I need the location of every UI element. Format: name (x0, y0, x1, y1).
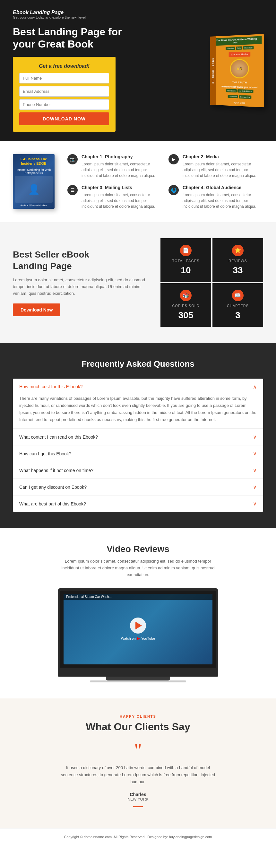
stat-icon-copies: 📚 (180, 290, 192, 301)
testimonial-author: Charles (13, 792, 263, 797)
laptop-foot (90, 680, 186, 682)
faq-question-6[interactable]: What are best part of this Ebook? ∨ (13, 496, 263, 512)
download-button[interactable]: DOWNLOAD NOW (19, 113, 109, 125)
stat-icon-pages: 📄 (180, 245, 192, 256)
faq-chevron-2: ∨ (253, 434, 257, 440)
badge-effective: Effective (226, 46, 235, 50)
badge-safe: Safe (236, 46, 242, 50)
stat-label-chapters: CHAPTERS (227, 304, 249, 308)
email-input[interactable] (19, 86, 109, 97)
stats-section: Best Seller eBook Landing Page Lorem ips… (0, 222, 276, 343)
hero-title: Best Landing Page for your Great Book (13, 26, 122, 51)
feature-item-3: ☰ Chapter 3: Mailing Lists Lorem ipsum d… (67, 185, 162, 209)
faq-chevron-5: ∨ (253, 484, 257, 490)
faq-chevron-1: ∧ (253, 384, 257, 390)
footer-text: Copyright © domainname.com. All Rights R… (13, 835, 263, 839)
stat-icon-chapters: 📖 (232, 290, 244, 301)
laptop-stand (106, 677, 170, 680)
book-main-title: THE TRUTH (232, 81, 247, 85)
faq-item-6: What are best part of this Ebook? ∨ (13, 496, 263, 512)
testimonial-quote: It uses a dictionary of over 200 Latin w… (58, 764, 218, 785)
feature-item-4: 🌐 Chapter 4: Global Audience Lorem ipsum… (169, 185, 263, 209)
fb-title: E-Business The Insider's EDGE (13, 154, 55, 168)
book-circle-image: 👴👩 (230, 59, 249, 79)
stat-value-chapters: 3 (235, 310, 240, 320)
book-author: by Dr. Chao (234, 101, 245, 104)
fb-subtitle: Internet Marketing for Web Entrepreneurs (13, 168, 55, 175)
badge-noside: No Side Effects (238, 89, 253, 93)
book-spine: CHINESE HERBS (210, 36, 216, 105)
youtube-icon: ▶ (137, 636, 140, 641)
faq-section: Frequently Asked Questions How much cost… (0, 343, 276, 528)
book-illustration: 👤 (15, 176, 53, 202)
badge-chinese-herbs: Chinese Herbs (229, 52, 251, 57)
hero-book: The Book You've All Been Waiting For! CH… (199, 35, 263, 106)
watch-label: Watch on ▶ YouTube (121, 636, 155, 641)
video-thumbnail: Professional Steam Car Wash... Watch on … (64, 594, 212, 664)
video-heading: Video Reviews (13, 544, 263, 554)
badge-affordable: Affordable (226, 89, 237, 92)
hero-left: Ebook Landing Page Get your copy today a… (13, 10, 122, 132)
stats-description: Lorem ipsum dolor sit amet, consectetur … (13, 277, 148, 297)
phone-input[interactable] (19, 99, 109, 110)
faq-item-2: What content I can read on this Ebook? ∨ (13, 429, 263, 445)
faq-question-1[interactable]: How much cost for this E-book? ∧ (13, 379, 263, 395)
video-description: Lorem ipsum dolor sit amet, consectetur … (58, 558, 218, 578)
feature-icon-1: 📷 (67, 154, 78, 164)
badge-historical: Historical (243, 46, 253, 50)
feature-desc-3: Lorem ipsum dolor sit amet, consectetur … (81, 192, 162, 209)
stats-download-button[interactable]: Download Now (13, 304, 60, 316)
testimonial-location: NEW YORK (13, 797, 263, 802)
laptop: Professional Steam Car Wash... Watch on … (58, 588, 218, 682)
faq-item-1: How much cost for this E-book? ∧ There a… (13, 379, 263, 429)
stat-value-reviews: 33 (233, 265, 243, 276)
feature-icon-4: 🌐 (169, 185, 179, 195)
faq-item-5: Can I get any discount on Ebook? ∨ (13, 479, 263, 496)
feature-desc-4: Lorem ipsum dolor sit amet, consectetur … (183, 192, 263, 209)
play-button[interactable] (130, 618, 146, 633)
stats-left: Best Seller eBook Landing Page Lorem ips… (13, 249, 148, 316)
brand-tagline: Get your copy today and explore the next… (13, 16, 122, 19)
faq-question-3[interactable]: How can I get this Ebook? ∨ (13, 445, 263, 462)
book-badges-bottom: Affordable No Side Effects (226, 89, 253, 93)
video-title-text: Professional Steam Car Wash... (66, 595, 112, 598)
feature-desc-1: Lorem ipsum dolor sit amet, consectetur … (81, 161, 162, 179)
badge-complete: Complete (228, 95, 238, 98)
download-form: Get a free download! DOWNLOAD NOW (13, 57, 115, 132)
video-section: Video Reviews Lorem ipsum dolor sit amet… (0, 528, 276, 698)
testimonial-divider (133, 806, 143, 807)
stats-heading: Best Seller eBook Landing Page (13, 249, 148, 272)
stat-chapters: 📖 CHAPTERS 3 (212, 283, 263, 327)
faq-container: How much cost for this E-book? ∧ There a… (13, 379, 263, 512)
feature-desc-2: Lorem ipsum dolor sit amet, consectetur … (183, 161, 263, 179)
stat-icon-reviews: ⭐ (232, 245, 244, 256)
book-spine-text: CHINESE HERBS (212, 58, 214, 84)
video-top-bar: Professional Steam Car Wash... (64, 594, 212, 600)
stat-label-reviews: REVIEWS (229, 259, 247, 263)
fullname-input[interactable] (19, 73, 109, 84)
stat-value-copies: 305 (178, 310, 194, 320)
stat-value-pages: 10 (181, 265, 191, 276)
form-heading: Get a free download! (19, 63, 109, 69)
footer: Copyright © domainname.com. All Rights R… (0, 828, 276, 845)
stat-label-pages: TOTAL PAGES (172, 259, 199, 263)
feature-title-2: Chapter 2: Media (183, 154, 263, 159)
stat-copies-sold: 📚 COPIES SOLD 305 (161, 283, 211, 327)
stat-reviews: ⭐ REVIEWS 33 (212, 238, 263, 282)
feature-icon-3: ☰ (67, 185, 78, 195)
stat-total-pages: 📄 TOTAL PAGES 10 (161, 238, 211, 282)
faq-question-4[interactable]: What happens if it not come on time? ∨ (13, 462, 263, 478)
feature-item-2: ▶ Chapter 2: Media Lorem ipsum dolor sit… (169, 154, 263, 179)
laptop-wrapper: Professional Steam Car Wash... Watch on … (13, 588, 263, 682)
stats-grid: 📄 TOTAL PAGES 10 ⭐ REVIEWS 33 📚 COPIES S… (161, 238, 263, 327)
feature-item-1: 📷 Chapter 1: Photography Lorem ipsum dol… (67, 154, 162, 179)
faq-chevron-6: ∨ (253, 501, 257, 507)
features-grid: 📷 Chapter 1: Photography Lorem ipsum dol… (67, 154, 263, 209)
play-triangle-icon (135, 622, 142, 629)
faq-chevron-3: ∨ (253, 451, 257, 457)
faq-question-2[interactable]: What content I can read on this Ebook? ∨ (13, 429, 263, 445)
faq-question-5[interactable]: Can I get any discount on Ebook? ∨ (13, 479, 263, 495)
book-badges: Effective Safe Historical (226, 46, 253, 50)
faq-chevron-4: ∨ (253, 467, 257, 473)
laptop-screen: Professional Steam Car Wash... Watch on … (58, 588, 218, 670)
